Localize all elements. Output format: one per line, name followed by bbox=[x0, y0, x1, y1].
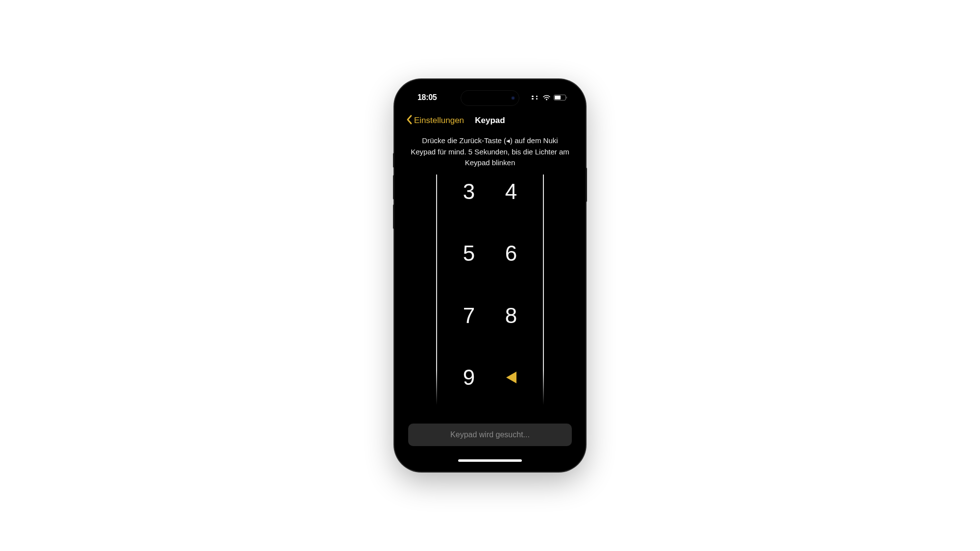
chevron-left-icon bbox=[406, 115, 412, 126]
keypad-key-6: 6 bbox=[501, 242, 521, 265]
keypad-key-4: 4 bbox=[501, 180, 521, 203]
back-triangle-icon bbox=[504, 370, 518, 385]
dynamic-island bbox=[461, 90, 519, 106]
screen: 18:05 bbox=[400, 85, 580, 466]
instruction-text: Drücke die Zurück-Taste (◂) auf dem Nuki… bbox=[400, 131, 580, 175]
keypad-back-key bbox=[501, 366, 521, 389]
page-title: Keypad bbox=[475, 116, 505, 125]
status-time: 18:05 bbox=[417, 93, 437, 102]
status-icons bbox=[532, 95, 566, 100]
wifi-icon bbox=[542, 95, 551, 100]
keypad-key-5: 5 bbox=[459, 242, 479, 265]
cellular-icon bbox=[532, 96, 539, 100]
camera-dot bbox=[511, 96, 515, 100]
keypad-illustration: 3 4 5 6 7 8 9 bbox=[436, 175, 544, 405]
search-status-button: Keypad wird gesucht... bbox=[408, 424, 572, 446]
battery-icon bbox=[554, 95, 566, 100]
home-indicator[interactable] bbox=[458, 459, 522, 462]
keypad-key-8: 8 bbox=[501, 304, 521, 327]
phone-frame: 18:05 bbox=[394, 79, 586, 472]
back-button[interactable]: Einstellungen bbox=[406, 115, 464, 126]
keypad-grid: 3 4 5 6 7 8 9 bbox=[459, 175, 521, 405]
back-label: Einstellungen bbox=[414, 116, 464, 125]
keypad-key-3: 3 bbox=[459, 180, 479, 203]
keypad-key-7: 7 bbox=[459, 304, 479, 327]
keypad-border-left bbox=[436, 175, 437, 405]
keypad-border-right bbox=[543, 175, 544, 405]
nav-bar: Einstellungen Keypad bbox=[400, 110, 580, 131]
keypad-key-9: 9 bbox=[459, 366, 479, 389]
